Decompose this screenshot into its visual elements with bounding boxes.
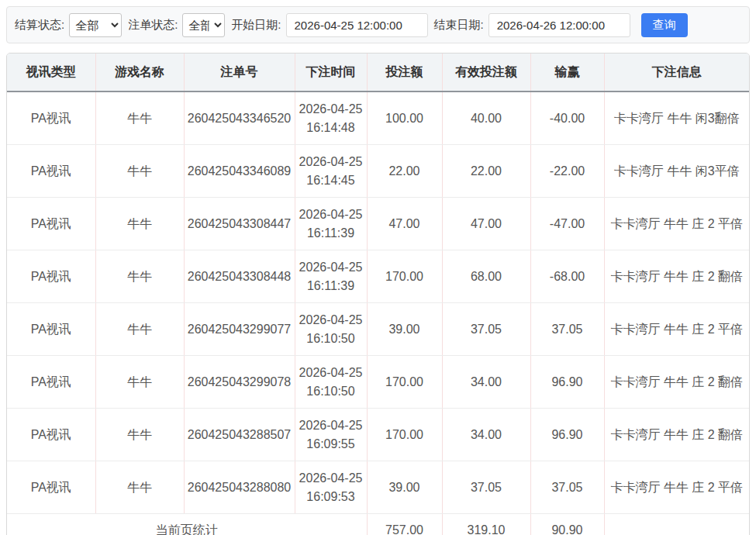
table-row: PA视讯 牛牛 260425043308448 2026-04-25 16:11… — [7, 250, 749, 303]
cell-bet-amount: 100.00 — [367, 91, 442, 145]
header-game-name: 游戏名称 — [95, 54, 184, 91]
cell-game-name: 牛牛 — [95, 303, 184, 356]
cell-bet-amount: 170.00 — [367, 409, 442, 461]
cell-order-id: 260425043346520 — [184, 91, 295, 145]
cell-game-name: 牛牛 — [95, 198, 184, 250]
end-date-input[interactable] — [488, 13, 630, 37]
cell-valid-amount: 22.00 — [442, 145, 530, 198]
cell-game-name: 牛牛 — [95, 145, 184, 198]
cell-bet-time: 2026-04-25 16:11:39 — [295, 198, 367, 250]
header-bet-info: 下注信息 — [604, 54, 749, 91]
cell-bet-info: 卡卡湾厅 牛牛 闲3平倍 — [604, 145, 749, 198]
summary-current-page-label: 当前页统计 — [7, 514, 367, 535]
cell-video-type: PA视讯 — [7, 91, 95, 145]
cell-bet-amount: 47.00 — [367, 198, 442, 250]
cell-bet-info: 卡卡湾厅 牛牛 庄 2 翻倍 — [604, 250, 749, 303]
cell-bet-time: 2026-04-25 16:10:50 — [295, 303, 367, 356]
cell-bet-time: 2026-04-25 16:10:50 — [295, 356, 367, 409]
order-status-group: 注单状态: 全部 — [128, 13, 225, 37]
table-row: PA视讯 牛牛 260425043288507 2026-04-25 16:09… — [7, 409, 749, 461]
cell-valid-amount: 37.05 — [442, 303, 530, 356]
table-row: PA视讯 牛牛 260425043308447 2026-04-25 16:11… — [7, 198, 749, 250]
header-order-id: 注单号 — [184, 54, 295, 91]
cell-order-id: 260425043308447 — [184, 198, 295, 250]
cell-game-name: 牛牛 — [95, 409, 184, 461]
cell-bet-amount: 22.00 — [367, 145, 442, 198]
cell-video-type: PA视讯 — [7, 356, 95, 409]
cell-bet-time: 2026-04-25 16:14:48 — [295, 91, 367, 145]
cell-win-loss: -68.00 — [530, 250, 604, 303]
cell-order-id: 260425043299078 — [184, 356, 295, 409]
summary-current-win-loss-total: 90.90 — [530, 514, 604, 535]
cell-bet-info: 卡卡湾厅 牛牛 庄 2 平倍 — [604, 303, 749, 356]
order-status-select[interactable]: 全部 — [182, 13, 225, 37]
cell-valid-amount: 37.05 — [442, 461, 530, 514]
cell-win-loss: -22.00 — [530, 145, 604, 198]
settlement-status-select[interactable]: 全部 — [69, 13, 122, 37]
summary-current-info — [604, 514, 749, 535]
cell-valid-amount: 34.00 — [442, 356, 530, 409]
header-win-loss: 输赢 — [530, 54, 604, 91]
cell-bet-time: 2026-04-25 16:09:55 — [295, 409, 367, 461]
settlement-status-group: 结算状态: 全部 — [15, 13, 122, 37]
cell-bet-info: 卡卡湾厅 牛牛 庄 2 平倍 — [604, 198, 749, 250]
cell-valid-amount: 47.00 — [442, 198, 530, 250]
cell-valid-amount: 68.00 — [442, 250, 530, 303]
table-row: PA视讯 牛牛 260425043299078 2026-04-25 16:10… — [7, 356, 749, 409]
table-header: 视讯类型 游戏名称 注单号 下注时间 投注额 有效投注额 输赢 下注信息 — [7, 54, 749, 91]
cell-win-loss: 37.05 — [530, 303, 604, 356]
page: 结算状态: 全部 注单状态: 全部 开始日期: 结束日期: 查询 — [0, 0, 756, 535]
start-date-input[interactable] — [286, 13, 428, 37]
header-valid-amount: 有效投注额 — [442, 54, 530, 91]
cell-valid-amount: 40.00 — [442, 91, 530, 145]
cell-order-id: 260425043288507 — [184, 409, 295, 461]
filter-bar: 结算状态: 全部 注单状态: 全部 开始日期: 结束日期: 查询 — [6, 6, 750, 43]
table-row: PA视讯 牛牛 260425043346520 2026-04-25 16:14… — [7, 91, 749, 145]
end-date-group: 结束日期: — [434, 13, 630, 37]
table-row: PA视讯 牛牛 260425043299077 2026-04-25 16:10… — [7, 303, 749, 356]
query-button[interactable]: 查询 — [641, 13, 688, 37]
bet-records-table: 视讯类型 游戏名称 注单号 下注时间 投注额 有效投注额 输赢 下注信息 PA视… — [7, 54, 749, 535]
table-row: PA视讯 牛牛 260425043346089 2026-04-25 16:14… — [7, 145, 749, 198]
cell-game-name: 牛牛 — [95, 356, 184, 409]
settlement-status-label: 结算状态: — [15, 18, 64, 33]
summary-current-valid-total: 319.10 — [442, 514, 530, 535]
cell-bet-time: 2026-04-25 16:09:53 — [295, 461, 367, 514]
cell-game-name: 牛牛 — [95, 461, 184, 514]
cell-video-type: PA视讯 — [7, 409, 95, 461]
cell-bet-time: 2026-04-25 16:14:45 — [295, 145, 367, 198]
cell-video-type: PA视讯 — [7, 250, 95, 303]
cell-bet-info: 卡卡湾厅 牛牛 庄 2 翻倍 — [604, 409, 749, 461]
cell-bet-info: 卡卡湾厅 牛牛 闲3翻倍 — [604, 91, 749, 145]
cell-bet-amount: 39.00 — [367, 461, 442, 514]
cell-bet-info: 卡卡湾厅 牛牛 庄 2 翻倍 — [604, 356, 749, 409]
end-date-label: 结束日期: — [434, 18, 484, 33]
header-video-type: 视讯类型 — [7, 54, 95, 91]
header-bet-amount: 投注额 — [367, 54, 442, 91]
cell-order-id: 260425043299077 — [184, 303, 295, 356]
cell-video-type: PA视讯 — [7, 461, 95, 514]
cell-game-name: 牛牛 — [95, 91, 184, 145]
cell-bet-amount: 39.00 — [367, 303, 442, 356]
cell-order-id: 260425043308448 — [184, 250, 295, 303]
cell-video-type: PA视讯 — [7, 198, 95, 250]
start-date-label: 开始日期: — [231, 18, 281, 33]
cell-win-loss: 96.90 — [530, 409, 604, 461]
cell-order-id: 260425043346089 — [184, 145, 295, 198]
table-body: PA视讯 牛牛 260425043346520 2026-04-25 16:14… — [7, 91, 749, 535]
table-row: PA视讯 牛牛 260425043288080 2026-04-25 16:09… — [7, 461, 749, 514]
cell-bet-info: 卡卡湾厅 牛牛 庄 2 平倍 — [604, 461, 749, 514]
cell-game-name: 牛牛 — [95, 250, 184, 303]
cell-win-loss: -47.00 — [530, 198, 604, 250]
summary-current-bet-total: 757.00 — [367, 514, 442, 535]
cell-win-loss: -40.00 — [530, 91, 604, 145]
header-bet-time: 下注时间 — [295, 54, 367, 91]
cell-video-type: PA视讯 — [7, 303, 95, 356]
header-row: 视讯类型 游戏名称 注单号 下注时间 投注额 有效投注额 输赢 下注信息 — [7, 54, 749, 91]
start-date-group: 开始日期: — [231, 13, 427, 37]
summary-row-current-page: 当前页统计 757.00 319.10 90.90 — [7, 514, 749, 535]
cell-video-type: PA视讯 — [7, 145, 95, 198]
cell-valid-amount: 34.00 — [442, 409, 530, 461]
cell-order-id: 260425043288080 — [184, 461, 295, 514]
cell-win-loss: 96.90 — [530, 356, 604, 409]
